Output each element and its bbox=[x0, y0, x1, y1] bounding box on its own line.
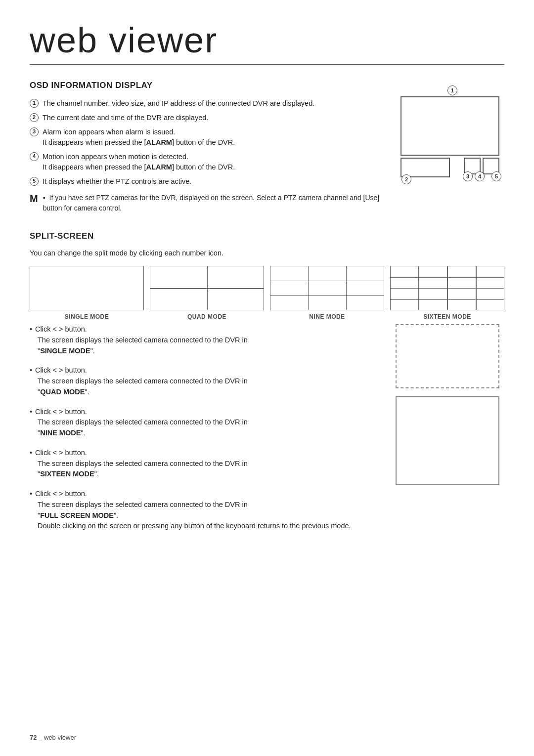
split-heading: SPLIT-SCREEN bbox=[30, 231, 504, 241]
split-mode-box-nine[interactable] bbox=[270, 266, 384, 310]
mode-quad: QUAD MODE bbox=[40, 388, 85, 396]
click-item-top-full: • Click < > button. bbox=[30, 489, 380, 500]
split-mode-label-single: Single Mode bbox=[65, 313, 109, 320]
bullet-full: • bbox=[30, 489, 32, 500]
right-diagram-solid bbox=[396, 396, 499, 485]
osd-note-text: ▪ If you have set PTZ cameras for the DV… bbox=[43, 193, 380, 213]
click-sixteen: Click < bbox=[35, 448, 57, 459]
split-mode-label-sixteen: Sixteen Mode bbox=[423, 313, 471, 320]
click-desc-sixteen: The screen displays the selected camera … bbox=[38, 459, 380, 480]
bullet-single: • bbox=[30, 324, 32, 335]
osd-text-3: Alarm icon appears when alarm is issued.… bbox=[43, 127, 235, 148]
osd-text-5: It displays whether the PTZ controls are… bbox=[43, 176, 191, 187]
osd-num-2: 2 bbox=[30, 113, 39, 122]
split-mode-label-nine: Nine Mode bbox=[309, 313, 345, 320]
badge-5: 5 bbox=[491, 171, 501, 181]
osd-item-5: 5 It displays whether the PTZ controls a… bbox=[30, 176, 380, 187]
footer-page-num: 72 bbox=[30, 734, 37, 741]
click-item-top-quad: • Click < > button. bbox=[30, 365, 380, 376]
close-bracket-nine: > button. bbox=[59, 407, 87, 418]
click-quad: Click < bbox=[35, 365, 57, 376]
bullet-quad: • bbox=[30, 365, 32, 376]
click-nine: Click < bbox=[35, 407, 57, 418]
osd-section: OSD INFORMATION DISPLAY 1 The channel nu… bbox=[30, 81, 504, 213]
badge-2: 2 bbox=[401, 174, 411, 184]
badge-1: 1 bbox=[447, 85, 457, 95]
osd-num-1: 1 bbox=[30, 99, 39, 108]
click-item-top-sixteen: • Click < > button. bbox=[30, 448, 380, 459]
m-label: M bbox=[30, 193, 38, 205]
click-full: Click < bbox=[35, 489, 57, 500]
click-desc-nine: The screen displays the selected camera … bbox=[38, 417, 380, 439]
click-desc-quad: The screen displays the selected camera … bbox=[38, 376, 380, 398]
close-bracket-full: > button. bbox=[59, 489, 87, 500]
osd-text-4: Motion icon appears when motion is detec… bbox=[43, 152, 235, 172]
click-item-top-single: • Click < > button. bbox=[30, 324, 380, 335]
osd-text-1: The channel number, video size, and IP a… bbox=[43, 98, 314, 109]
osd-item-3: 3 Alarm icon appears when alarm is issue… bbox=[30, 127, 380, 148]
split-mode-box-sixteen[interactable] bbox=[390, 266, 504, 310]
click-item-quad: • Click < > button. The screen displays … bbox=[30, 365, 380, 397]
osd-item-1: 1 The channel number, video size, and IP… bbox=[30, 98, 380, 109]
mode-full: FULL SCREEN MODE bbox=[40, 511, 114, 519]
osd-num-4: 4 bbox=[30, 152, 39, 161]
split-mode-box-quad[interactable] bbox=[150, 266, 264, 310]
page-title: web viewer bbox=[30, 20, 504, 60]
title-divider bbox=[30, 64, 504, 65]
osd-note: M ▪ If you have set PTZ cameras for the … bbox=[30, 193, 380, 213]
badge-4: 4 bbox=[475, 171, 485, 181]
right-col bbox=[396, 324, 504, 541]
osd-heading: OSD INFORMATION DISPLAY bbox=[30, 81, 380, 90]
split-mode-label-quad: Quad Mode bbox=[187, 313, 226, 320]
split-description: You can change the split mode by clickin… bbox=[30, 249, 504, 257]
bullet-sixteen: • bbox=[30, 448, 32, 459]
osd-diagram: 1 2 3 4 5 bbox=[396, 81, 504, 213]
click-list: • Click < > button. The screen displays … bbox=[30, 324, 380, 532]
click-item-sixteen: • Click < > button. The screen displays … bbox=[30, 448, 380, 480]
split-mode-sixteen: Sixteen Mode bbox=[390, 266, 504, 320]
split-modes-row: Single Mode Quad Mode Nine Mode Sixteen … bbox=[30, 266, 504, 320]
click-item-nine: • Click < > button. The screen displays … bbox=[30, 407, 380, 439]
split-mode-box-single[interactable] bbox=[30, 266, 144, 310]
right-diagram-dashed bbox=[396, 324, 499, 388]
osd-text-2: The current date and time of the DVR are… bbox=[43, 113, 208, 123]
split-mode-quad: Quad Mode bbox=[150, 266, 264, 320]
osd-list: 1 The channel number, video size, and IP… bbox=[30, 98, 380, 187]
full-extra: Double clicking on the screen or pressin… bbox=[38, 522, 351, 530]
close-bracket-sixteen: > button. bbox=[59, 448, 87, 459]
split-mode-single: Single Mode bbox=[30, 266, 144, 320]
osd-num-3: 3 bbox=[30, 127, 39, 136]
click-item-full: • Click < > button. The screen displays … bbox=[30, 489, 380, 532]
mode-sixteen: SIXTEEN MODE bbox=[40, 470, 94, 478]
click-single: Click < bbox=[35, 324, 57, 335]
badge-3: 3 bbox=[463, 171, 473, 181]
click-desc-full: The screen displays the selected camera … bbox=[38, 500, 380, 532]
click-item-single: • Click < > button. The screen displays … bbox=[30, 324, 380, 356]
split-mode-nine: Nine Mode bbox=[270, 266, 384, 320]
split-section: SPLIT-SCREEN You can change the split mo… bbox=[30, 231, 504, 541]
mode-single: SINGLE MODE bbox=[40, 347, 90, 355]
osd-item-2: 2 The current date and time of the DVR a… bbox=[30, 113, 380, 123]
osd-item-4: 4 Motion icon appears when motion is det… bbox=[30, 152, 380, 172]
click-item-top-nine: • Click < > button. bbox=[30, 407, 380, 418]
close-bracket-single: > button. bbox=[59, 324, 87, 335]
footer: 72 _ web viewer bbox=[30, 734, 76, 741]
bullet-nine: • bbox=[30, 407, 32, 418]
footer-label: web viewer bbox=[44, 734, 76, 741]
mode-nine: NINE MODE bbox=[40, 429, 81, 437]
osd-diagram-wrapper: 1 2 3 4 5 bbox=[400, 85, 504, 187]
osd-text-col: OSD INFORMATION DISPLAY 1 The channel nu… bbox=[30, 81, 380, 213]
footer-separator: _ bbox=[39, 734, 44, 741]
osd-main-box bbox=[400, 96, 499, 156]
click-desc-single: The screen displays the selected camera … bbox=[38, 335, 380, 357]
osd-num-5: 5 bbox=[30, 177, 39, 186]
main-content: • Click < > button. The screen displays … bbox=[30, 324, 504, 541]
left-col: • Click < > button. The screen displays … bbox=[30, 324, 380, 541]
close-bracket-quad: > button. bbox=[59, 365, 87, 376]
